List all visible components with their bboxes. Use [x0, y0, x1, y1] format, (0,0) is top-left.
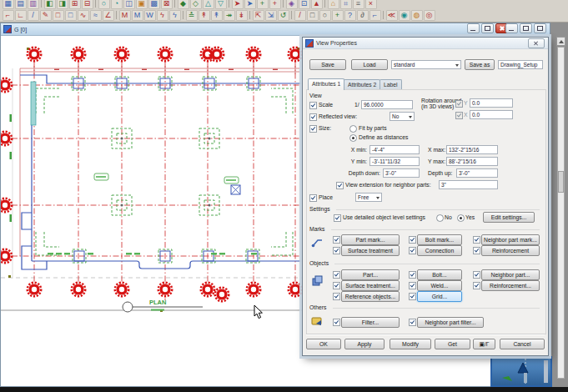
reference-objects-checkbox[interactable]: [333, 293, 340, 300]
toolbar-icon[interactable]: ◉: [399, 10, 410, 21]
toolbar-icon[interactable]: ≡: [353, 0, 364, 9]
toolbar-icon[interactable]: ∟: [15, 10, 27, 21]
neighbor-part-button[interactable]: Neighbor part...: [481, 269, 540, 280]
scale-checkbox[interactable]: [309, 102, 317, 109]
settings-yes-radio[interactable]: [457, 214, 465, 222]
toolbar-icon[interactable]: ◎: [424, 10, 435, 21]
minimize-button[interactable]: [467, 23, 480, 33]
rotation-y-checkbox[interactable]: [455, 100, 463, 108]
bolt-mark-button[interactable]: Bolt mark...: [417, 234, 462, 245]
toolbar-icon[interactable]: ∠: [103, 10, 114, 21]
save-as-button[interactable]: Save as: [465, 59, 495, 70]
bolt-button[interactable]: Bolt...: [417, 269, 462, 280]
weld-button[interactable]: Weld...: [417, 280, 462, 291]
toolbar-icon[interactable]: ↟: [199, 10, 210, 21]
toolbar-icon[interactable]: /: [28, 10, 39, 21]
toolbar-icon[interactable]: ◍: [411, 10, 423, 21]
settings-no-radio[interactable]: [436, 214, 444, 222]
toolbar-icon[interactable]: ⊞: [69, 0, 81, 9]
restore-button[interactable]: [481, 23, 494, 33]
view-extension-field[interactable]: 3": [439, 180, 498, 189]
depth-up-field[interactable]: 3'-0": [456, 168, 498, 178]
minimize-button[interactable]: [505, 23, 518, 33]
size-checkbox[interactable]: [309, 125, 317, 133]
toolbar-icon[interactable]: ⌐: [3, 10, 14, 21]
load-button[interactable]: Load: [351, 59, 388, 70]
define-as-distances-radio[interactable]: [349, 134, 357, 142]
dialog-close-icon[interactable]: [528, 38, 545, 48]
save-button[interactable]: Save: [309, 59, 346, 70]
toolbar-icon[interactable]: ◫: [123, 0, 135, 9]
reinforcement-button[interactable]: Reinforcement...: [481, 280, 540, 291]
toolbar-icon[interactable]: ▤: [15, 0, 27, 9]
bolt-mark-checkbox[interactable]: [409, 236, 416, 244]
toolbar-icon[interactable]: ○: [319, 10, 331, 21]
part-mark-button[interactable]: Part mark...: [341, 234, 400, 245]
get-button[interactable]: Get: [435, 339, 470, 349]
toolbar-icon[interactable]: ≛: [186, 10, 198, 21]
tab-attributes-1[interactable]: Attributes 1: [308, 78, 344, 90]
view-extension-checkbox[interactable]: [336, 182, 344, 189]
toolbar-icon[interactable]: ◇: [190, 0, 202, 9]
toolbar-icon[interactable]: ▽: [215, 0, 227, 9]
toolbar-icon[interactable]: ➤: [232, 0, 244, 9]
neighbor-part-mark-button[interactable]: Neighbor part mark...: [481, 234, 540, 245]
toolbar-icon[interactable]: ➤: [244, 0, 256, 9]
scale-field[interactable]: 96.0000: [361, 100, 413, 109]
reflected-view-dropdown[interactable]: No: [390, 112, 415, 121]
toolbar-icon[interactable]: +: [269, 0, 281, 9]
grid-checkbox[interactable]: [409, 293, 416, 300]
toolbar-icon[interactable]: ↠: [224, 10, 235, 21]
detailed-settings-checkbox[interactable]: [334, 214, 341, 222]
toolbar-icon[interactable]: ?: [344, 10, 356, 21]
toolbar-icon[interactable]: ⌗: [340, 0, 352, 9]
part-checkbox[interactable]: [333, 271, 340, 279]
toolbar-icon[interactable]: ↡: [236, 10, 248, 21]
surface-treatment-checkbox[interactable]: [333, 282, 340, 289]
reinforcement-checkbox[interactable]: [473, 282, 480, 289]
toolbar-icon[interactable]: △: [203, 0, 214, 9]
modify-button[interactable]: Modify: [390, 339, 431, 349]
toolbar-icon[interactable]: M: [119, 10, 131, 21]
weld-checkbox[interactable]: [409, 282, 416, 289]
toolbar-icon[interactable]: ⌐: [369, 10, 381, 21]
surface-treatment-button[interactable]: Surface treatment...: [341, 280, 400, 291]
ymax-field[interactable]: 88'-2"15/16: [446, 157, 498, 166]
toolbar-icon[interactable]: ◈: [286, 0, 298, 9]
toolbar-icon[interactable]: ◧: [44, 0, 56, 9]
toolbar-icon[interactable]: +: [332, 10, 344, 21]
scroll-up-icon[interactable]: [556, 37, 565, 46]
neighbor-part-filter-button[interactable]: Neighbor part filter...: [417, 317, 484, 328]
toolbar-icon[interactable]: W: [144, 10, 156, 21]
bolt-checkbox[interactable]: [409, 271, 416, 279]
edit-settings-button[interactable]: Edit settings...: [483, 212, 535, 223]
preset-dropdown[interactable]: standard: [391, 60, 461, 69]
fit-by-parts-radio[interactable]: [349, 125, 357, 133]
toolbar-icon[interactable]: ∿: [78, 10, 89, 21]
toolbar-icon[interactable]: ◆: [178, 0, 189, 9]
toolbar-icon[interactable]: ◔: [111, 0, 123, 9]
toolbar-icon[interactable]: ⇲: [265, 10, 277, 21]
apply-button[interactable]: Apply: [344, 339, 385, 349]
toolbar-icon[interactable]: ▥: [28, 0, 39, 9]
connection-mark-button[interactable]: Connection mark...: [417, 245, 462, 256]
connection-mark-checkbox[interactable]: [409, 247, 416, 254]
part-mark-checkbox[interactable]: [333, 236, 340, 244]
place-checkbox[interactable]: [309, 194, 317, 202]
dialog-titlebar[interactable]: View Properties: [303, 38, 548, 49]
grid-bubbles[interactable]: [1, 48, 302, 301]
toolbar-icon[interactable]: □: [307, 10, 319, 21]
filter-button[interactable]: Filter...: [341, 317, 400, 328]
surface-treatment-mark-button[interactable]: Surface treatment mark...: [341, 245, 400, 256]
view-properties-dialog[interactable]: View Properties Save Load standard Save …: [302, 37, 549, 356]
neighbor-part-filter-checkbox[interactable]: [409, 319, 416, 326]
toolbar-icon[interactable]: ≈: [90, 10, 102, 21]
toolbar-icon[interactable]: ⊠: [161, 0, 173, 9]
grid-button[interactable]: Grid...: [417, 291, 462, 302]
depth-down-field[interactable]: 3'-0": [383, 168, 420, 178]
toolbar-icon[interactable]: ▩: [148, 0, 160, 9]
toolbar-icon[interactable]: ϟ: [169, 10, 181, 21]
reinforcement-marks-checkbox[interactable]: [473, 247, 480, 254]
ok-button[interactable]: OK: [306, 339, 341, 349]
toolbar-icon[interactable]: ▣: [136, 0, 148, 9]
